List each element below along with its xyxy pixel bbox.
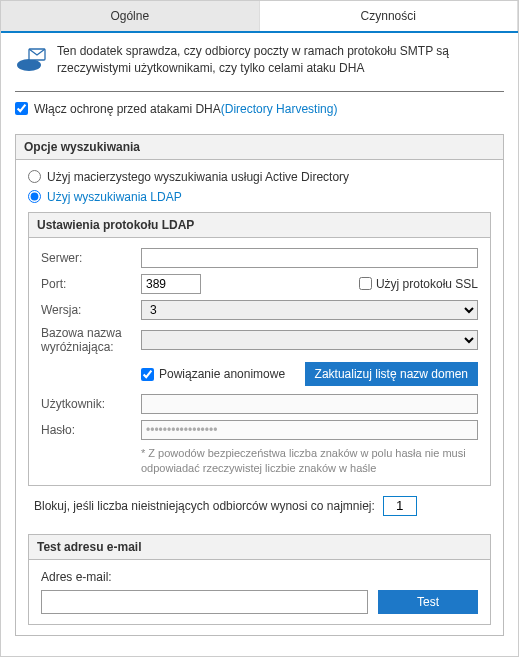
test-title: Test adresu e-mail — [29, 535, 490, 560]
ssl-checkbox[interactable] — [359, 277, 372, 290]
search-options-title: Opcje wyszukiwania — [16, 135, 503, 160]
port-label: Port: — [41, 277, 141, 291]
radio-ad-label: Użyj macierzystego wyszukiwania usługi A… — [47, 170, 349, 184]
basedn-label: Bazowa nazwa wyróżniająca: — [41, 326, 141, 355]
dha-help-link[interactable]: (Directory Harvesting) — [221, 102, 338, 116]
dha-icon — [15, 43, 47, 75]
test-email-label: Adres e-mail: — [41, 570, 478, 584]
server-input[interactable] — [141, 248, 478, 268]
user-label: Użytkownik: — [41, 397, 141, 411]
update-domains-button[interactable]: Zaktualizuj listę nazw domen — [305, 362, 478, 386]
separator — [15, 91, 504, 92]
version-select[interactable]: 3 — [141, 300, 478, 320]
ssl-label: Użyj protokołu SSL — [376, 277, 478, 291]
radio-ldap[interactable] — [28, 190, 41, 203]
server-label: Serwer: — [41, 251, 141, 265]
tab-general[interactable]: Ogólne — [1, 1, 260, 31]
enable-dha-checkbox[interactable] — [15, 102, 28, 115]
test-email-input[interactable] — [41, 590, 368, 614]
intro-text: Ten dodatek sprawdza, czy odbiorcy poczt… — [57, 43, 504, 77]
pass-input — [141, 420, 478, 440]
user-input — [141, 394, 478, 414]
basedn-select[interactable] — [141, 330, 478, 350]
block-label: Blokuj, jeśli liczba nieistniejących odb… — [34, 499, 375, 513]
pass-hint: * Z powodów bezpieczeństwa liczba znaków… — [41, 446, 478, 475]
version-label: Wersja: — [41, 303, 141, 317]
ldap-settings-title: Ustawienia protokołu LDAP — [29, 213, 490, 238]
radio-ldap-label: Użyj wyszukiwania LDAP — [47, 190, 182, 204]
radio-ad[interactable] — [28, 170, 41, 183]
anon-checkbox[interactable] — [141, 368, 154, 381]
test-button[interactable]: Test — [378, 590, 478, 614]
anon-label: Powiązanie anonimowe — [159, 367, 285, 381]
port-input[interactable] — [141, 274, 201, 294]
tabs: Ogólne Czynności — [1, 1, 518, 33]
tab-actions[interactable]: Czynności — [260, 1, 519, 31]
block-count-input[interactable] — [383, 496, 417, 516]
svg-point-0 — [17, 59, 41, 71]
pass-label: Hasło: — [41, 423, 141, 437]
enable-dha-label: Włącz ochronę przed atakami DHA — [34, 102, 221, 116]
